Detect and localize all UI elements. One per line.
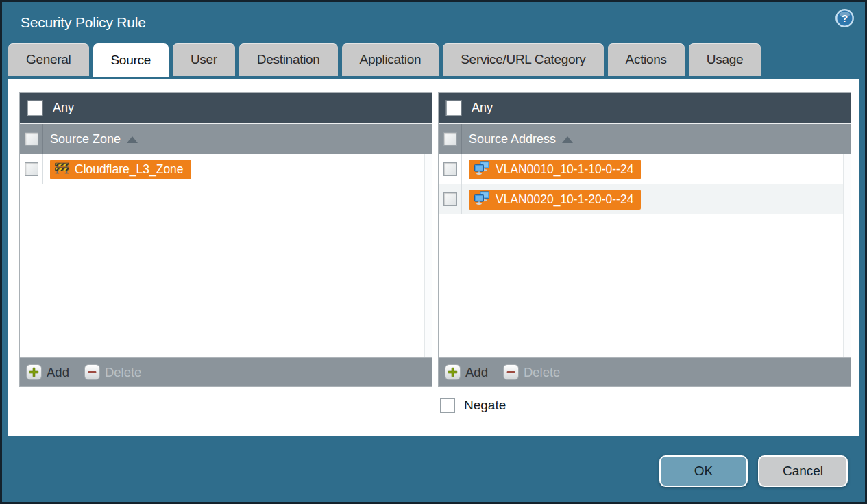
source-address-column-label: Source Address [469,132,556,147]
source-zone-row-label: Cloudflare_L3_Zone [75,162,184,177]
source-address-row-checkbox[interactable] [443,162,457,176]
source-address-any-checkbox[interactable] [446,101,461,116]
source-zone-row: Cloudflare_L3_Zone [20,154,432,184]
source-address-row-label: VLAN0010_10-1-10-0--24 [496,162,633,177]
source-zone-column-header[interactable]: Source Zone [20,124,432,154]
source-address-add-button[interactable]: Add [445,364,488,380]
source-zone-add-button[interactable]: Add [26,364,69,380]
source-address-row: VLAN0010_10-1-10-0--24 [439,154,851,184]
source-address-footer: Add Delete [439,357,851,386]
add-plus-icon [445,364,461,380]
source-zone-any-label: Any [53,101,74,115]
source-zone-list: Cloudflare_L3_Zone [20,154,432,357]
tab-bar: General Source User Destination Applicat… [2,43,865,77]
help-icon[interactable]: ? [835,9,854,27]
tab-general[interactable]: General [8,43,89,76]
source-address-select-all-checkbox[interactable] [443,132,457,146]
dialog-title: Security Policy Rule [21,14,146,31]
dialog-footer: OK Cancel [659,455,848,487]
source-zone-tag[interactable]: Cloudflare_L3_Zone [50,160,191,179]
source-tab-content: Any Source Zone [8,79,859,436]
source-zone-any-bar: Any [20,93,432,124]
ok-button[interactable]: OK [659,455,748,487]
address-network-icon [474,191,490,208]
svg-text:?: ? [842,12,848,24]
source-address-any-bar: Any [439,93,851,124]
sort-ascending-icon [562,136,573,143]
sort-ascending-icon [127,136,138,143]
cancel-button[interactable]: Cancel [758,455,848,487]
negate-row: Negate [440,398,851,413]
tab-application[interactable]: Application [342,43,439,76]
source-zone-footer: Add Delete [20,357,432,386]
titlebar: Security Policy Rule ? [2,2,865,43]
source-address-delete-button[interactable]: Delete [503,364,560,380]
tab-destination[interactable]: Destination [239,43,338,76]
add-plus-icon [26,364,42,380]
source-address-row: VLAN0020_10-1-20-0--24 [439,184,851,214]
address-network-icon [474,161,490,178]
source-address-tag[interactable]: VLAN0010_10-1-10-0--24 [469,160,641,179]
security-policy-rule-dialog: Security Policy Rule ? General Source Us… [0,0,867,504]
negate-label: Negate [464,398,506,413]
source-zone-any-checkbox[interactable] [27,101,42,116]
tab-service-url-category[interactable]: Service/URL Category [443,43,603,76]
source-zone-delete-button[interactable]: Delete [84,364,141,380]
source-zone-select-all-checkbox[interactable] [25,132,38,146]
source-address-tag[interactable]: VLAN0020_10-1-20-0--24 [469,190,641,210]
source-zone-column-label: Source Zone [50,132,121,147]
source-address-panel: Any Source Address [438,92,851,387]
source-address-row-checkbox[interactable] [443,192,457,206]
delete-minus-icon [84,364,100,380]
source-zone-panel: Any Source Zone [19,92,432,387]
source-address-column-header[interactable]: Source Address [439,124,851,154]
tab-user[interactable]: User [173,43,235,76]
source-address-any-label: Any [472,101,493,115]
tab-usage[interactable]: Usage [689,43,761,76]
source-address-row-label: VLAN0020_10-1-20-0--24 [496,192,633,207]
negate-checkbox[interactable] [440,398,455,413]
tab-source[interactable]: Source [93,43,169,77]
source-zone-row-checkbox[interactable] [25,162,38,176]
source-address-list: VLAN0010_10-1-10-0--24 [439,154,851,357]
zone-barricade-icon [55,162,69,177]
tab-actions[interactable]: Actions [608,43,685,76]
delete-minus-icon [503,364,519,380]
